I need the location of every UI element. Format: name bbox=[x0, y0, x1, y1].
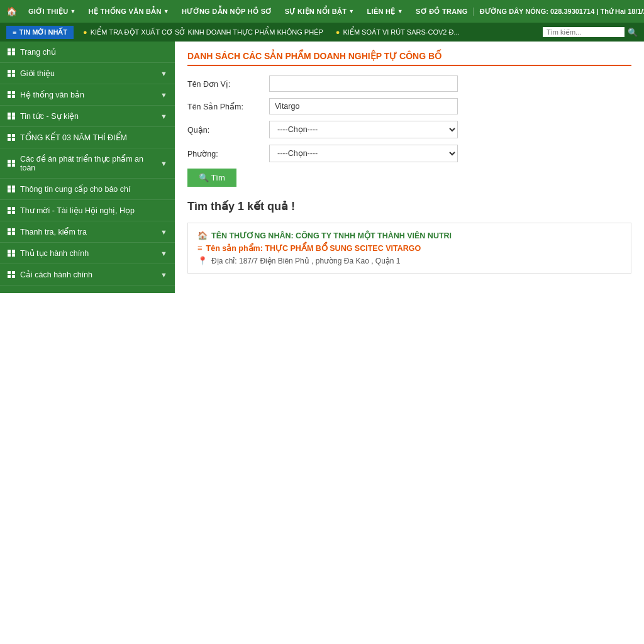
result-address: 📍 Địa chỉ: 187/7 Điện Biên Phủ , phường … bbox=[197, 256, 621, 265]
search-area: 🔍 bbox=[543, 27, 638, 37]
chevron-down-icon: ▼ bbox=[160, 70, 167, 77]
don-vi-input[interactable] bbox=[269, 75, 458, 92]
results-header: Tìm thấy 1 kết quả ! bbox=[187, 199, 631, 213]
sidebar-item-de-an[interactable]: Các đề án phát triển thực phẩm an toàn ▼ bbox=[0, 148, 175, 179]
sidebar-item-tong-ket[interactable]: TỔNG KẾT 03 NĂM THÍ ĐIỂM bbox=[0, 127, 175, 148]
chevron-down-icon: ▼ bbox=[160, 91, 167, 99]
home-icon[interactable]: 🏠 bbox=[6, 6, 17, 16]
phuong-select-wrapper: ----Chọn---- bbox=[269, 145, 458, 162]
chevron-down-icon: ▼ bbox=[160, 250, 167, 257]
grid-icon bbox=[8, 186, 15, 193]
grid-icon bbox=[8, 91, 15, 99]
quan-row: Quận: ----Chọn---- bbox=[187, 121, 631, 138]
grid-icon bbox=[8, 48, 15, 56]
grid-icon bbox=[8, 134, 15, 142]
nav-item-he-thong[interactable]: HỆ THỐNG VĂN BẢN ▼ bbox=[84, 0, 174, 23]
sidebar: Trang chủ Giới thiệu ▼ Hệ thống văn bản … bbox=[0, 42, 175, 293]
chevron-down-icon: ▼ bbox=[70, 8, 75, 14]
san-pham-row: Tên Sản Phẩm: bbox=[187, 98, 631, 114]
sidebar-item-tin-tuc[interactable]: Tin tức - Sự kiện ▼ bbox=[0, 106, 175, 127]
sidebar-item-trang-chu[interactable]: Trang chủ bbox=[0, 42, 175, 63]
bullet-icon: ● bbox=[336, 28, 340, 36]
phuong-row: Phường: ----Chọn---- bbox=[187, 145, 631, 162]
grid-icon: ≡ bbox=[13, 28, 16, 36]
page-title: DANH SÁCH CÁC SẢN PHẨM DOANH NGHIỆP TỰ C… bbox=[187, 51, 631, 66]
grid-icon bbox=[8, 228, 15, 236]
grid-icon bbox=[8, 271, 15, 279]
nav-items: GIỚI THIỆU ▼ HỆ THỐNG VĂN BẢN ▼ HƯỚNG DẪ… bbox=[23, 0, 473, 23]
hotline-info: ĐƯỜNG DÂY NÓNG: 028.39301714 | Thứ Hai 1… bbox=[473, 8, 644, 16]
result-company: 🏠 TÊN THƯƠNG NHÂN: CÔNG TY TNHH MỘT THÀN… bbox=[197, 231, 621, 240]
list-icon: ≡ bbox=[197, 243, 203, 253]
chevron-down-icon: ▼ bbox=[397, 8, 403, 14]
grid-icon bbox=[8, 207, 15, 214]
second-bar: ≡ TIN MỚI NHẤT ● KIỂM TRA ĐỘT XUẤT CƠ SỞ… bbox=[0, 23, 644, 42]
quan-label: Quận: bbox=[187, 125, 269, 135]
top-nav: 🏠 GIỚI THIỆU ▼ HỆ THỐNG VĂN BẢN ▼ HƯỚNG … bbox=[0, 0, 644, 23]
quan-select[interactable]: ----Chọn---- bbox=[269, 121, 458, 138]
tin-moi-label: ≡ TIN MỚI NHẤT bbox=[6, 26, 74, 39]
grid-icon bbox=[8, 70, 15, 77]
sidebar-item-thanh-tra[interactable]: Thanh tra, kiểm tra ▼ bbox=[0, 221, 175, 243]
sidebar-item-thu-moi[interactable]: Thư mời - Tài liệu Hội nghị, Họp bbox=[0, 200, 175, 221]
phuong-label: Phường: bbox=[187, 149, 269, 158]
home-icon: 🏠 bbox=[197, 231, 208, 240]
search-button[interactable]: 🔍 Tìm bbox=[187, 169, 236, 187]
result-card: 🏠 TÊN THƯƠNG NHÂN: CÔNG TY TNHH MỘT THÀN… bbox=[187, 223, 631, 274]
sidebar-item-thu-tuc[interactable]: Thủ tục hành chính ▼ bbox=[0, 243, 175, 264]
don-vi-input-wrapper bbox=[269, 75, 458, 92]
san-pham-label: Tên Sản Phẩm: bbox=[187, 102, 269, 111]
main-content: DANH SÁCH CÁC SẢN PHẨM DOANH NGHIỆP TỰ C… bbox=[175, 42, 644, 293]
location-icon: 📍 bbox=[197, 256, 208, 265]
news-item-1[interactable]: ● KIỂM TRA ĐỘT XUẤT CƠ SỞ KINH DOANH THỰ… bbox=[83, 28, 323, 36]
sidebar-item-cai-cach[interactable]: Cải cách hành chính ▼ bbox=[0, 264, 175, 286]
chevron-down-icon: ▼ bbox=[160, 113, 167, 120]
search-form: Tên Đơn Vị: Tên Sản Phẩm: Quận: ----Chọn… bbox=[187, 75, 631, 187]
don-vi-row: Tên Đơn Vị: bbox=[187, 75, 631, 92]
sidebar-item-gioi-thieu[interactable]: Giới thiệu ▼ bbox=[0, 63, 175, 84]
nav-item-gioi-thieu[interactable]: GIỚI THIỆU ▼ bbox=[23, 0, 81, 23]
sidebar-item-thong-tin[interactable]: Thông tin cung cấp cho báo chí bbox=[0, 179, 175, 200]
news-item-2[interactable]: ● KIỂM SOÁT VI RÚT SARS-COV2 Đ... bbox=[336, 28, 460, 36]
chevron-down-icon: ▼ bbox=[160, 228, 167, 236]
search-icon[interactable]: 🔍 bbox=[628, 28, 638, 37]
nav-item-huong-dan[interactable]: HƯỚNG DẪN NỘP HỒ SƠ bbox=[177, 0, 277, 23]
quan-select-wrapper: ----Chọn---- bbox=[269, 121, 458, 138]
chevron-down-icon: ▼ bbox=[348, 8, 354, 14]
news-items: ● KIỂM TRA ĐỘT XUẤT CƠ SỞ KINH DOANH THỰ… bbox=[83, 28, 543, 36]
grid-icon bbox=[8, 160, 15, 167]
grid-icon bbox=[8, 250, 15, 257]
chevron-down-icon: ▼ bbox=[160, 271, 167, 279]
san-pham-input[interactable] bbox=[269, 98, 458, 114]
chevron-down-icon: ▼ bbox=[164, 8, 169, 14]
phuong-select[interactable]: ----Chọn---- bbox=[269, 145, 458, 162]
sidebar-item-he-thong[interactable]: Hệ thống văn bản ▼ bbox=[0, 84, 175, 106]
result-product: ≡ Tên sản phẩm: THỰC PHẨM BỔ SUNG SCITEC… bbox=[197, 243, 621, 253]
nav-item-lien-he[interactable]: LIÊN HỆ ▼ bbox=[362, 0, 408, 23]
nav-item-su-kien[interactable]: SỰ KIỆN NỔI BẬT ▼ bbox=[280, 0, 360, 23]
grid-icon bbox=[8, 113, 15, 120]
bullet-icon: ● bbox=[83, 28, 87, 36]
search-input[interactable] bbox=[543, 27, 625, 37]
nav-item-so-do[interactable]: SƠ ĐỒ TRANG bbox=[411, 0, 473, 23]
chevron-down-icon: ▼ bbox=[160, 160, 167, 167]
main-layout: Trang chủ Giới thiệu ▼ Hệ thống văn bản … bbox=[0, 42, 644, 293]
san-pham-input-wrapper bbox=[269, 98, 458, 114]
don-vi-label: Tên Đơn Vị: bbox=[187, 79, 269, 89]
